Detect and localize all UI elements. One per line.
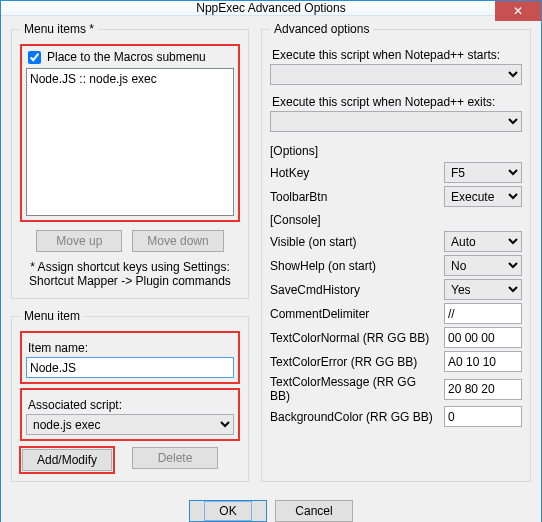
- associated-script-select[interactable]: node.js exec: [26, 414, 234, 435]
- move-up-button[interactable]: Move up: [36, 230, 122, 252]
- move-down-button[interactable]: Move down: [132, 230, 223, 252]
- content-area: Menu items * Place to the Macros submenu…: [1, 16, 541, 522]
- hotkey-label: HotKey: [270, 166, 438, 180]
- toolbarbtn-label: ToolbarBtn: [270, 190, 438, 204]
- exec-start-label: Execute this script when Notepad++ start…: [272, 48, 522, 62]
- exec-exit-select[interactable]: [270, 111, 522, 132]
- delete-button[interactable]: Delete: [132, 447, 218, 469]
- advanced-options-legend: Advanced options: [270, 22, 373, 36]
- close-icon: ✕: [513, 4, 523, 18]
- savecmd-label: SaveCmdHistory: [270, 283, 438, 297]
- toolbarbtn-select[interactable]: Execute: [444, 186, 522, 207]
- cancel-button[interactable]: Cancel: [275, 500, 353, 522]
- exec-exit-label: Execute this script when Notepad++ exits…: [272, 95, 522, 109]
- textcolornormal-label: TextColorNormal (RR GG BB): [270, 331, 438, 345]
- dialog-button-row: OK Cancel: [11, 492, 531, 522]
- visible-label: Visible (on start): [270, 235, 438, 249]
- add-modify-button[interactable]: Add/Modify: [22, 449, 112, 471]
- place-macros-text: Place to the Macros submenu: [47, 50, 206, 64]
- shortcut-hint: * Assign shortcut keys using Settings: S…: [24, 260, 236, 288]
- console-header: [Console]: [270, 213, 522, 227]
- options-header: [Options]: [270, 144, 522, 158]
- window-title: NppExec Advanced Options: [196, 1, 345, 15]
- menu-item-group: Menu item Item name: Associated script: …: [11, 309, 249, 482]
- menu-items-legend: Menu items *: [20, 22, 98, 36]
- backgroundcolor-label: BackgroundColor (RR GG BB): [270, 410, 438, 424]
- titlebar[interactable]: NppExec Advanced Options ✕: [1, 1, 541, 16]
- showhelp-label: ShowHelp (on start): [270, 259, 438, 273]
- item-name-label: Item name:: [28, 341, 234, 355]
- menu-items-group: Menu items * Place to the Macros submenu…: [11, 22, 249, 299]
- savecmd-select[interactable]: Yes: [444, 279, 522, 300]
- ok-button[interactable]: OK: [189, 500, 267, 522]
- commentdelim-input[interactable]: [444, 303, 522, 324]
- textcolornormal-input[interactable]: [444, 327, 522, 348]
- advanced-options-group: Advanced options Execute this script whe…: [261, 22, 531, 482]
- commentdelim-label: CommentDelimiter: [270, 307, 438, 321]
- textcolormessage-label: TextColorMessage (RR GG BB): [270, 375, 438, 403]
- exec-start-select[interactable]: [270, 64, 522, 85]
- dialog-window: NppExec Advanced Options ✕ Menu items * …: [0, 0, 542, 522]
- list-item[interactable]: Node.JS :: node.js exec: [30, 71, 230, 87]
- menu-item-legend: Menu item: [20, 309, 84, 323]
- visible-select[interactable]: Auto: [444, 231, 522, 252]
- backgroundcolor-input[interactable]: [444, 406, 522, 427]
- place-macros-checkbox[interactable]: [28, 51, 41, 64]
- showhelp-select[interactable]: No: [444, 255, 522, 276]
- place-macros-checkbox-label[interactable]: Place to the Macros submenu: [28, 50, 234, 64]
- item-name-input[interactable]: [26, 357, 234, 378]
- associated-script-label: Associated script:: [28, 398, 234, 412]
- textcolorerror-input[interactable]: [444, 351, 522, 372]
- textcolorerror-label: TextColorError (RR GG BB): [270, 355, 438, 369]
- hotkey-select[interactable]: F5: [444, 162, 522, 183]
- menu-items-listbox[interactable]: Node.JS :: node.js exec: [26, 68, 234, 216]
- close-button[interactable]: ✕: [495, 1, 541, 21]
- textcolormessage-input[interactable]: [444, 379, 522, 400]
